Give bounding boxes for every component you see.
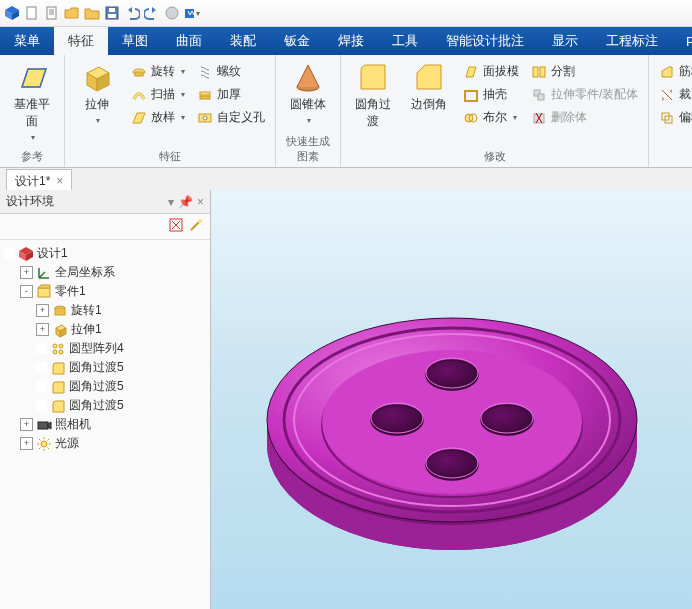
offset-button[interactable]: 偏移▾ bbox=[655, 107, 692, 128]
viewport-3d[interactable] bbox=[211, 190, 692, 609]
svg-rect-28 bbox=[540, 67, 545, 77]
tab-tools[interactable]: 工具 bbox=[378, 27, 432, 55]
tree-node[interactable]: +拉伸1 bbox=[0, 320, 210, 339]
group-quick: 圆锥体 ▾ 快速生成图素 bbox=[276, 55, 341, 167]
fillet-button[interactable]: 圆角过渡 bbox=[347, 57, 399, 134]
tab-sheetmetal[interactable]: 钣金 bbox=[270, 27, 324, 55]
new-icon[interactable] bbox=[24, 5, 40, 21]
datum-plane-button[interactable]: 基准平面 ▾ bbox=[6, 57, 58, 146]
tree-node[interactable]: +光源 bbox=[0, 434, 210, 453]
tree-node[interactable]: 圆角过渡5 bbox=[0, 358, 210, 377]
expand-icon[interactable]: + bbox=[20, 266, 33, 279]
tree-node[interactable]: 设计1 bbox=[0, 244, 210, 263]
tab-pm[interactable]: PM bbox=[672, 27, 692, 55]
svg-rect-3 bbox=[27, 7, 36, 19]
facedraft-button[interactable]: 面拔模 bbox=[459, 61, 523, 82]
svg-rect-24 bbox=[465, 91, 477, 101]
rib-button[interactable]: 筋板 bbox=[655, 61, 692, 82]
custom-hole-button[interactable]: 自定义孔 bbox=[193, 107, 269, 128]
ribbon-tabs: 菜单 特征 草图 曲面 装配 钣金 焊接 工具 智能设计批注 显示 工程标注 P… bbox=[0, 27, 692, 55]
svg-rect-42 bbox=[55, 308, 65, 315]
pull-part-button[interactable]: 拉伸零件/装配体 bbox=[527, 84, 642, 105]
chamfer-label: 边倒角 bbox=[411, 96, 447, 113]
revolve-icon bbox=[131, 64, 147, 80]
fillet-feat-icon bbox=[50, 379, 66, 395]
shell-button[interactable]: 抽壳 bbox=[459, 84, 523, 105]
revolve-button[interactable]: 旋转▾ bbox=[127, 61, 189, 82]
thicken-button[interactable]: 加厚 bbox=[193, 84, 269, 105]
app-icon[interactable] bbox=[4, 5, 20, 21]
tree-node-label: 全局坐标系 bbox=[55, 264, 115, 281]
svg-point-49 bbox=[59, 350, 63, 354]
trim-button[interactable]: 裁剪 bbox=[655, 84, 692, 105]
tree-node[interactable]: 圆角过渡5 bbox=[0, 396, 210, 415]
custom-hole-icon bbox=[197, 110, 213, 126]
expand-icon[interactable]: + bbox=[36, 323, 49, 336]
extrude-button[interactable]: 拉伸 ▾ bbox=[71, 57, 123, 129]
delete-body-button[interactable]: 删除体 bbox=[527, 107, 642, 128]
tab-smart-annot[interactable]: 智能设计批注 bbox=[432, 27, 538, 55]
spacer bbox=[36, 343, 47, 354]
expand-icon[interactable]: + bbox=[36, 304, 49, 317]
close-icon[interactable]: × bbox=[56, 174, 63, 188]
folder-open-icon[interactable] bbox=[64, 5, 80, 21]
tree-node[interactable]: +照相机 bbox=[0, 415, 210, 434]
doc-tab-design1[interactable]: 设计1* × bbox=[6, 169, 72, 192]
tab-assembly[interactable]: 装配 bbox=[216, 27, 270, 55]
tab-feature[interactable]: 特征 bbox=[54, 27, 108, 55]
loft-button[interactable]: 放样▾ bbox=[127, 107, 189, 128]
svg-point-61 bbox=[481, 405, 533, 435]
svg-point-60 bbox=[371, 405, 423, 435]
tree-node-label: 照相机 bbox=[55, 416, 91, 433]
tree-node-label: 拉伸1 bbox=[71, 321, 102, 338]
close-icon[interactable]: × bbox=[197, 195, 204, 209]
delete-sel-icon[interactable] bbox=[168, 217, 184, 236]
undo-icon[interactable] bbox=[124, 5, 140, 21]
cone-label: 圆锥体 bbox=[290, 96, 326, 113]
spacer bbox=[36, 362, 47, 373]
redo-icon[interactable] bbox=[144, 5, 160, 21]
tab-sketch[interactable]: 草图 bbox=[108, 27, 162, 55]
expand-icon[interactable]: + bbox=[20, 437, 33, 450]
pin-icon[interactable]: 📌 bbox=[178, 195, 193, 209]
print-icon[interactable] bbox=[164, 5, 180, 21]
tab-display[interactable]: 显示 bbox=[538, 27, 592, 55]
chamfer-button[interactable]: 边倒角 bbox=[403, 57, 455, 117]
save-icon[interactable] bbox=[104, 5, 120, 21]
svg-rect-50 bbox=[38, 422, 48, 429]
boolean-icon bbox=[463, 110, 479, 126]
light-icon bbox=[36, 436, 52, 452]
collapse-icon[interactable]: - bbox=[20, 285, 33, 298]
tree-node[interactable]: +全局坐标系 bbox=[0, 263, 210, 282]
tab-dwg-annot[interactable]: 工程标注 bbox=[592, 27, 672, 55]
sweep-button[interactable]: 扫描▾ bbox=[127, 84, 189, 105]
open-icon[interactable] bbox=[44, 5, 60, 21]
coord-icon bbox=[36, 265, 52, 281]
effects-icon[interactable]: ▾ bbox=[184, 5, 200, 21]
tab-surface[interactable]: 曲面 bbox=[162, 27, 216, 55]
thread-button[interactable]: 螺纹 bbox=[193, 61, 269, 82]
split-button[interactable]: 分割 bbox=[527, 61, 642, 82]
tab-menu[interactable]: 菜单 bbox=[0, 27, 54, 55]
tree-node[interactable]: -零件1 bbox=[0, 282, 210, 301]
tab-weld[interactable]: 焊接 bbox=[324, 27, 378, 55]
tree-node[interactable]: 圆角过渡5 bbox=[0, 377, 210, 396]
tree-node[interactable]: 圆型阵列4 bbox=[0, 339, 210, 358]
tree-node-label: 圆角过渡5 bbox=[69, 397, 124, 414]
folder-icon[interactable] bbox=[84, 5, 100, 21]
cone-button[interactable]: 圆锥体 ▾ bbox=[282, 57, 334, 129]
group-feature-label: 特征 bbox=[71, 147, 269, 167]
dropdown-icon[interactable]: ▾ bbox=[168, 195, 174, 209]
wand-icon[interactable] bbox=[188, 217, 204, 236]
fillet-feat-icon bbox=[50, 398, 66, 414]
expand-icon[interactable]: + bbox=[20, 418, 33, 431]
datum-plane-icon bbox=[16, 61, 48, 93]
quick-access-toolbar: ▾ bbox=[0, 0, 692, 27]
chevron-down-icon: ▾ bbox=[31, 133, 35, 142]
spacer bbox=[4, 248, 15, 259]
spacer bbox=[36, 381, 47, 392]
tree-node[interactable]: +旋转1 bbox=[0, 301, 210, 320]
side-panel-header: 设计环境 ▾ 📌 × bbox=[0, 190, 210, 214]
extrude-feat-icon bbox=[52, 322, 68, 338]
boolean-button[interactable]: 布尔▾ bbox=[459, 107, 523, 128]
